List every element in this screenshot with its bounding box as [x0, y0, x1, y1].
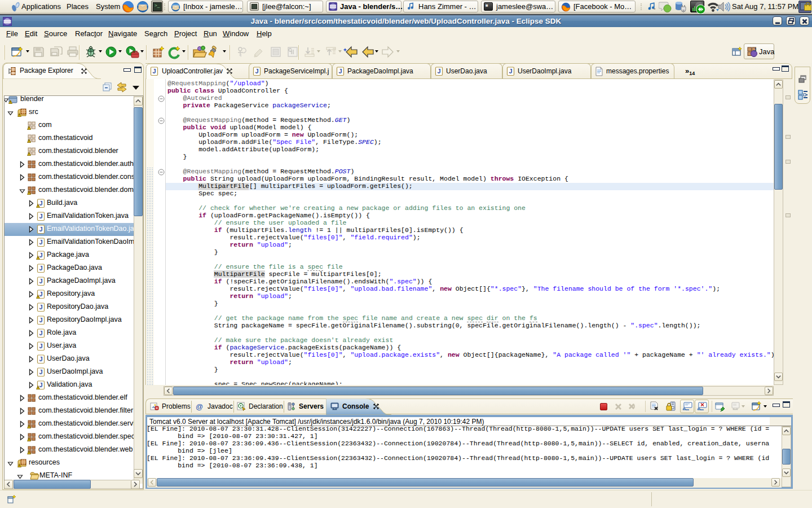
svg-text:J: J: [39, 330, 43, 336]
svg-text:J: J: [39, 213, 43, 220]
svg-text:J: J: [39, 317, 43, 323]
svg-text:J: J: [39, 200, 43, 207]
svg-text:J: J: [39, 265, 43, 271]
svg-text:J: J: [39, 291, 43, 297]
svg-text:J: J: [339, 68, 342, 75]
svg-text:J: J: [39, 369, 43, 375]
svg-text:J: J: [39, 239, 43, 246]
svg-text:J: J: [39, 226, 43, 233]
svg-text:J: J: [39, 304, 43, 310]
svg-text:J: J: [39, 356, 43, 362]
svg-text:J: J: [438, 68, 441, 75]
svg-text:J: J: [753, 47, 756, 52]
svg-text:J: J: [39, 343, 43, 349]
svg-text:J: J: [255, 68, 259, 75]
svg-text:J: J: [39, 278, 43, 284]
svg-text:J: J: [153, 68, 156, 75]
svg-text:J: J: [509, 68, 513, 75]
svg-text:J: J: [39, 252, 43, 259]
svg-text:J: J: [39, 382, 43, 388]
